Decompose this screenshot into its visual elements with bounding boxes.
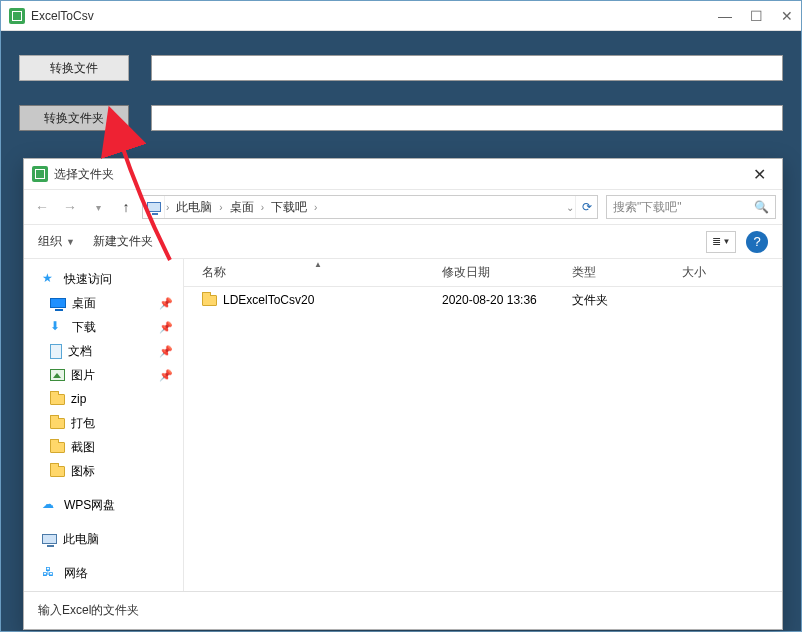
convert-folder-button[interactable]: 转换文件夹 [19,105,129,131]
app-title: ExcelToCsv [31,9,718,23]
star-icon: ★ [42,271,58,287]
sidebar-item-icons[interactable]: 图标 [24,459,183,483]
column-type[interactable]: 类型 [568,264,678,281]
folder-picker-dialog: 选择文件夹 ✕ ← → ▾ ↑ › 此电脑 › 桌面 › 下载吧 › ⌄ ⟳ 搜… [23,158,783,630]
search-icon[interactable]: 🔍 [754,200,769,214]
document-icon [50,344,62,359]
sidebar-item-label: 打包 [71,415,95,432]
pin-icon: 📌 [159,321,173,334]
network-icon: 🖧 [42,565,58,581]
monitor-icon [42,534,57,544]
column-date[interactable]: 修改日期 [438,264,568,281]
sidebar-item-screenshot[interactable]: 截图 [24,435,183,459]
file-name: LDExcelToCsv20 [223,293,314,307]
refresh-button[interactable]: ⟳ [575,196,597,218]
column-name[interactable]: ▲名称 [198,264,438,281]
convert-file-button[interactable]: 转换文件 [19,55,129,81]
sidebar-item-downloads[interactable]: ⬇下载📌 [24,315,183,339]
maximize-button[interactable]: ☐ [750,8,763,24]
dialog-close-button[interactable]: ✕ [744,165,774,184]
breadcrumb-root[interactable]: 此电脑 [170,199,218,216]
pin-icon: 📌 [159,345,173,358]
folder-path-input[interactable] [151,105,783,131]
sidebar: ★快速访问 桌面📌 ⬇下载📌 文档📌 图片📌 zip 打包 截图 图标 ☁WPS… [24,259,184,591]
sidebar-item-label: zip [71,392,86,406]
pin-icon: 📌 [159,369,173,382]
search-placeholder: 搜索"下载吧" [613,199,682,216]
chevron-right-icon[interactable]: › [313,202,318,213]
breadcrumb[interactable]: › 此电脑 › 桌面 › 下载吧 › ⌄ ⟳ [142,195,598,219]
sidebar-item-label: 图标 [71,463,95,480]
organize-menu[interactable]: 组织▼ [38,233,75,250]
sidebar-item-label: 文档 [68,343,92,360]
pin-icon: 📌 [159,297,173,310]
sidebar-item-pictures[interactable]: 图片📌 [24,363,183,387]
file-path-input[interactable] [151,55,783,81]
sidebar-item-label: 下载 [72,319,96,336]
sidebar-item-quick-access[interactable]: ★快速访问 [24,267,183,291]
dialog-footer: 输入Excel的文件夹 [24,591,782,629]
breadcrumb-p2[interactable]: 下载吧 [265,199,313,216]
file-row[interactable]: LDExcelToCsv20 2020-08-20 13:36 文件夹 [184,287,782,313]
file-type: 文件夹 [568,292,678,309]
view-mode-button[interactable]: ≣ ▼ [706,231,736,253]
nav-forward-button: → [58,195,82,219]
sidebar-item-zip[interactable]: zip [24,387,183,411]
app-icon [9,8,25,24]
file-date: 2020-08-20 13:36 [438,293,568,307]
help-button[interactable]: ? [746,231,768,253]
column-size[interactable]: 大小 [678,264,738,281]
search-input[interactable]: 搜索"下载吧" 🔍 [606,195,776,219]
breadcrumb-dropdown-button[interactable]: ⌄ [565,202,575,213]
dialog-title: 选择文件夹 [54,166,744,183]
cloud-icon: ☁ [42,497,58,513]
sidebar-item-network[interactable]: 🖧网络 [24,561,183,585]
sidebar-item-label: 图片 [71,367,95,384]
breadcrumb-root-icon [143,196,165,218]
footer-label: 输入Excel的文件夹 [38,602,139,619]
new-folder-button[interactable]: 新建文件夹 [93,233,153,250]
nav-up-button[interactable]: ↑ [114,195,138,219]
sidebar-item-label: 截图 [71,439,95,456]
chevron-down-icon: ▼ [66,237,75,247]
main-titlebar: ExcelToCsv — ☐ ✕ [1,1,801,31]
folder-icon [50,418,65,429]
dialog-titlebar: 选择文件夹 ✕ [24,159,782,189]
file-list-header: ▲名称 修改日期 类型 大小 [184,259,782,287]
picture-icon [50,369,65,381]
nav-recent-button[interactable]: ▾ [86,195,110,219]
sidebar-item-pack[interactable]: 打包 [24,411,183,435]
folder-icon [50,466,65,477]
sidebar-item-label: 桌面 [72,295,96,312]
close-button[interactable]: ✕ [781,8,793,24]
sort-indicator-icon: ▲ [314,260,322,269]
sidebar-item-this-pc[interactable]: 此电脑 [24,527,183,551]
breadcrumb-p1[interactable]: 桌面 [224,199,260,216]
minimize-button[interactable]: — [718,8,732,24]
folder-icon [50,442,65,453]
folder-icon [50,394,65,405]
dialog-icon [32,166,48,182]
dialog-toolbar: 组织▼ 新建文件夹 ≣ ▼ ? [24,225,782,259]
desktop-icon [50,298,66,308]
sidebar-item-desktop[interactable]: 桌面📌 [24,291,183,315]
file-list: ▲名称 修改日期 类型 大小 LDExcelToCsv20 2020-08-20… [184,259,782,591]
sidebar-item-wps[interactable]: ☁WPS网盘 [24,493,183,517]
sidebar-item-documents[interactable]: 文档📌 [24,339,183,363]
download-icon: ⬇ [50,319,66,335]
folder-icon [202,295,217,306]
dialog-nav: ← → ▾ ↑ › 此电脑 › 桌面 › 下载吧 › ⌄ ⟳ 搜索"下载吧" 🔍 [24,189,782,225]
nav-back-button[interactable]: ← [30,195,54,219]
